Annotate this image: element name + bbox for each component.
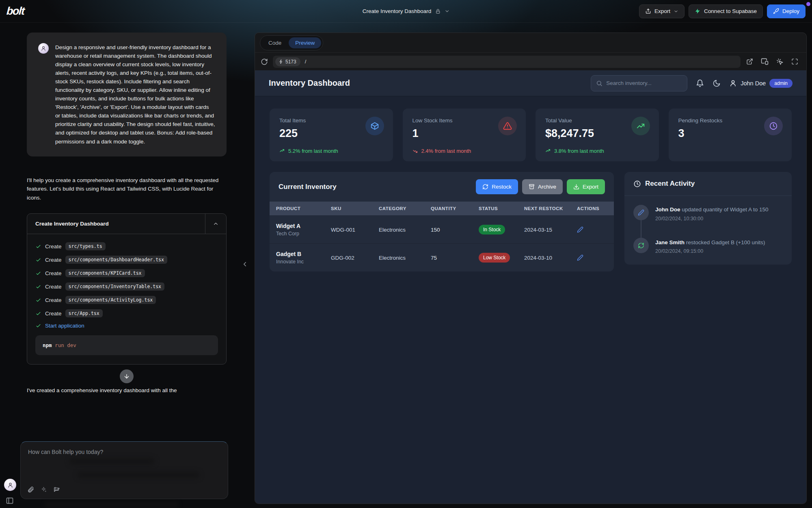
user-chip[interactable]: John Doe admin	[729, 79, 793, 88]
archive-button[interactable]: Archive	[522, 179, 563, 194]
inspector-cursor-icon[interactable]	[776, 58, 784, 65]
collapse-chat-handle[interactable]	[241, 261, 248, 268]
trend-down-icon	[412, 148, 419, 154]
user-message-text: Design a responsive and user-friendly in…	[55, 43, 215, 146]
plan-card: Create Inventory Dashboard Create src/ty…	[27, 213, 227, 365]
step-action: Create	[45, 310, 62, 317]
chat-input-box[interactable]	[20, 441, 228, 499]
preview-viewport: Inventory Dashboard John Doe admin Total…	[255, 70, 806, 504]
kpi-card-total-items: Total Items 225 5.2% from last month	[270, 109, 393, 161]
archive-label: Archive	[538, 184, 556, 190]
reload-icon[interactable]	[261, 58, 268, 65]
account-avatar[interactable]	[4, 479, 16, 491]
activity-text: updated quantity of Widget A to 150	[682, 206, 768, 213]
plan-step: Create src/types.ts	[35, 242, 218, 250]
attach-link-icon[interactable]	[27, 486, 34, 493]
redacted-text	[45, 501, 179, 508]
step-action: Create	[45, 297, 62, 303]
step-file[interactable]: src/components/InventoryTable.tsx	[65, 282, 164, 291]
sidebar-toggle-icon[interactable]	[6, 497, 14, 505]
step-file[interactable]: src/components/DashboardHeader.tsx	[65, 256, 167, 264]
cell-sku: GDG-002	[324, 244, 372, 272]
inventory-title: Current Inventory	[279, 183, 337, 191]
kpi-card-total-value: Total Value $8,247.75 3.8% from last mon…	[536, 109, 659, 161]
step-file[interactable]: src/App.tsx	[65, 309, 103, 317]
trend-up-icon	[279, 148, 285, 154]
deploy-button[interactable]: Deploy	[767, 4, 806, 18]
plan-title: Create Inventory Dashboard	[27, 214, 205, 234]
list-item: Jane Smith restocked Gadget B (+100 unit…	[633, 238, 783, 254]
share-icon	[645, 8, 651, 14]
step-file[interactable]: src/components/KPICard.tsx	[65, 269, 145, 277]
chat-bubble-icon[interactable]	[53, 486, 60, 493]
archive-icon	[529, 184, 535, 190]
check-icon	[35, 243, 41, 250]
trend-up-icon	[545, 148, 551, 154]
edit-row-button[interactable]	[577, 254, 614, 261]
col-status: STATUS	[472, 202, 518, 216]
check-icon	[35, 270, 41, 276]
edit-row-button[interactable]	[577, 226, 614, 233]
role-badge: admin	[769, 79, 793, 88]
activity-time: 20/02/2024, 09:15:00	[655, 248, 765, 254]
chevron-down-icon	[674, 9, 678, 14]
chevron-up-icon	[213, 221, 219, 227]
project-title-menu[interactable]: Create Inventory Dashboard	[363, 8, 450, 14]
redacted-text	[78, 472, 199, 478]
command-args: run dev	[55, 342, 76, 348]
col-category: CATEGORY	[372, 202, 424, 216]
assistant-intro: I'll help you create a comprehensive inv…	[27, 176, 227, 202]
export-button[interactable]: Export	[639, 4, 685, 18]
download-icon	[573, 184, 579, 190]
open-external-icon[interactable]	[746, 58, 753, 65]
export-label: Export	[654, 8, 670, 14]
dark-mode-toggle-icon[interactable]	[713, 79, 721, 87]
pencil-icon	[633, 205, 649, 220]
plan-step: Create src/components/InventoryTable.tsx	[35, 282, 218, 291]
search-icon	[596, 80, 603, 87]
step-file[interactable]: src/types.ts	[65, 242, 106, 250]
command-name: npm	[43, 342, 52, 348]
plan-step: Create src/components/ActivityLog.tsx	[35, 296, 218, 304]
inventory-search[interactable]	[591, 75, 687, 91]
port-pill[interactable]: 5173	[275, 57, 300, 66]
sparkles-icon[interactable]	[40, 486, 47, 493]
check-icon	[35, 284, 41, 290]
product-supplier: Innovate Inc	[276, 259, 318, 265]
url-path: /	[305, 59, 307, 65]
plug-icon	[279, 59, 283, 64]
url-field[interactable]: 5173 /	[273, 56, 741, 68]
cell-quantity[interactable]: 150	[424, 216, 472, 244]
chat-input[interactable]	[28, 449, 220, 455]
bell-icon[interactable]	[696, 79, 704, 87]
scroll-down-button[interactable]	[120, 369, 134, 383]
package-icon	[365, 117, 384, 135]
step-action: Create	[45, 270, 62, 276]
tab-code[interactable]: Code	[262, 37, 288, 48]
plan-collapse-button[interactable]	[205, 214, 226, 234]
search-input[interactable]	[606, 80, 682, 86]
assistant-followup: I've created a comprehensive inventory d…	[27, 387, 227, 393]
devices-icon[interactable]	[761, 58, 769, 65]
cell-next-restock: 2024-03-15	[518, 216, 570, 244]
export-inventory-button[interactable]: Export	[567, 179, 605, 194]
connect-supabase-button[interactable]: Connect to Supabase	[689, 4, 763, 18]
table-row: Widget A Tech Corp WDG-001 Electronics 1…	[270, 216, 614, 244]
tab-preview[interactable]: Preview	[289, 37, 321, 48]
kpi-card-low-stock: Low Stock Items 1 2.4% from last month	[403, 109, 526, 161]
start-application-link[interactable]: Start application	[45, 323, 84, 329]
fullscreen-icon[interactable]	[791, 58, 798, 65]
list-item: John Doe updated quantity of Widget A to…	[633, 205, 783, 221]
view-tabbar: Code Preview	[255, 33, 806, 52]
step-file[interactable]: src/components/ActivityLog.tsx	[65, 296, 156, 304]
restock-button[interactable]: Restock	[476, 179, 518, 194]
col-next-restock: NEXT RESTOCK	[518, 202, 570, 216]
status-badge: In Stock	[479, 225, 505, 234]
status-badge: Low Stock	[479, 253, 510, 263]
timeline-connector	[641, 220, 641, 243]
cell-quantity[interactable]: 75	[424, 244, 472, 272]
notification-dot	[806, 2, 810, 6]
cell-category: Electronics	[372, 216, 424, 244]
arrow-down-icon	[123, 373, 130, 380]
kpi-row: Total Items 225 5.2% from last month Low…	[255, 96, 806, 161]
